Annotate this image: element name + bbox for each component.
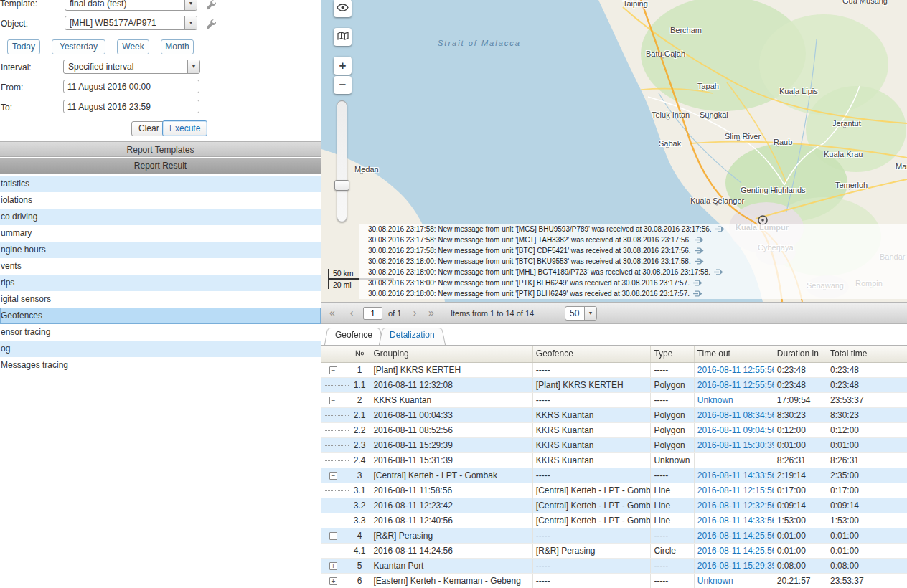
from-date-input[interactable] xyxy=(63,80,199,93)
table-row[interactable]: 1.12016-08-11 12:32:08[Plant] KKRS KERTE… xyxy=(321,378,907,393)
report-result-item[interactable]: Messages tracing xyxy=(0,357,321,374)
month-button[interactable]: Month xyxy=(161,39,194,54)
last-page-button[interactable]: » xyxy=(424,306,438,321)
report-result-item[interactable]: co driving xyxy=(0,209,321,225)
cell-time-out[interactable]: 2016-08-11 15:29:39 xyxy=(695,559,774,573)
report-result-item[interactable]: rips xyxy=(0,275,321,291)
map-source-button[interactable] xyxy=(334,28,352,46)
log-message[interactable]: 30.08.2016 23:18:00: New message from un… xyxy=(359,256,907,267)
cell-time-out[interactable]: 2016-08-11 12:55:56 xyxy=(695,378,774,392)
cell-time-out[interactable]: 2016-08-11 15:30:39 xyxy=(695,438,774,452)
collapse-toggle-icon[interactable]: − xyxy=(329,472,337,480)
table-row[interactable]: 2.22016-08-11 08:52:56KKRS KuantanPolygo… xyxy=(321,423,907,438)
table-row[interactable]: −1[Plant] KKRS KERTEH----------2016-08-1… xyxy=(321,363,907,378)
locate-unit-arrow-icon[interactable] xyxy=(695,257,704,267)
log-message[interactable]: 30.08.2016 23:17:58: New message from un… xyxy=(359,224,907,234)
locate-unit-arrow-icon[interactable] xyxy=(714,267,723,278)
locate-unit-arrow-icon[interactable] xyxy=(693,278,702,288)
table-row[interactable]: 3.22016-08-11 12:23:42[Central] Kerteh -… xyxy=(321,498,907,513)
locate-unit-arrow-icon[interactable] xyxy=(693,289,702,299)
tab-geofence[interactable]: Geofence xyxy=(324,326,383,345)
cell-time-out[interactable]: Unknown xyxy=(695,393,774,407)
to-date-input[interactable] xyxy=(63,100,199,113)
table-row[interactable]: 3.32016-08-11 12:40:56[Central] Kerteh -… xyxy=(321,513,907,528)
log-message[interactable]: 30.08.2016 23:18:00: New message from un… xyxy=(359,267,907,278)
visibility-eye-button[interactable] xyxy=(334,0,352,17)
report-result-item[interactable]: tatistics xyxy=(0,176,321,192)
page-size-select[interactable]: 50 ▼ xyxy=(565,306,597,321)
row-toggle-cell xyxy=(321,498,349,513)
table-row[interactable]: −3[Central] Kerteh - LPT - Gombak-------… xyxy=(321,468,907,483)
clear-button[interactable]: Clear xyxy=(131,121,166,136)
interval-select[interactable]: Specified interval ▼ xyxy=(63,60,200,74)
report-result-header[interactable]: Report Result xyxy=(0,158,321,174)
table-row[interactable]: +5Kuantan Port----------2016-08-11 15:29… xyxy=(321,559,907,574)
collapse-toggle-icon[interactable]: − xyxy=(329,397,337,404)
zoom-in-button[interactable]: + xyxy=(334,57,352,75)
object-settings-wrench-icon[interactable] xyxy=(206,19,217,30)
cell-time-out[interactable]: Unknown xyxy=(695,574,774,588)
locate-unit-arrow-icon[interactable] xyxy=(695,246,704,256)
report-result-item[interactable]: ensor tracing xyxy=(0,324,321,341)
tab-detalization[interactable]: Detalization xyxy=(379,326,446,345)
locate-unit-arrow-icon[interactable] xyxy=(695,235,704,245)
cell-time-out[interactable]: 2016-08-11 09:04:56 xyxy=(695,423,774,437)
table-row[interactable]: 2.32016-08-11 15:29:39KKRS KuantanPolygo… xyxy=(321,438,907,453)
zoom-out-button[interactable]: − xyxy=(334,76,352,94)
yesterday-button[interactable]: Yesterday xyxy=(52,39,105,54)
cell-time-out[interactable]: 2016-08-11 12:15:56 xyxy=(695,483,774,498)
cell-time-out[interactable]: 2016-08-11 08:34:56 xyxy=(695,408,774,422)
map-area[interactable]: TaipingGua MusangBerchamBatu GajahTapahK… xyxy=(321,0,907,302)
object-select[interactable]: [MHL] WB5177A/P971 ▼ xyxy=(65,16,197,30)
chevron-down-icon[interactable]: ▼ xyxy=(584,307,596,320)
collapse-toggle-icon[interactable]: − xyxy=(329,532,337,540)
log-message[interactable]: 30.08.2016 23:18:00: New message from un… xyxy=(359,288,907,299)
locate-unit-arrow-icon[interactable] xyxy=(715,224,725,234)
cell-time-out[interactable]: 2016-08-11 14:33:56 xyxy=(695,468,774,483)
report-result-item[interactable]: iolations xyxy=(0,192,321,209)
expand-toggle-icon[interactable]: + xyxy=(329,562,337,570)
report-result-item[interactable]: Geofences xyxy=(0,308,321,324)
first-page-button[interactable]: « xyxy=(325,306,339,321)
page-number-input[interactable] xyxy=(363,307,382,320)
table-row[interactable]: −2KKRS Kuantan----------Unknown17:09:542… xyxy=(321,393,907,408)
cell-time-out[interactable]: 2016-08-11 12:32:56 xyxy=(695,498,774,513)
report-result-item[interactable]: ngine hours xyxy=(0,242,321,258)
table-row[interactable]: +6[Eastern] Kerteh - Kemaman - Gebeng---… xyxy=(321,574,907,588)
chevron-down-icon[interactable]: ▼ xyxy=(187,60,199,73)
report-result-item[interactable]: vents xyxy=(0,258,321,275)
expand-toggle-icon[interactable]: + xyxy=(329,577,337,585)
prev-page-button[interactable]: ‹ xyxy=(344,306,359,321)
cell-time-out[interactable]: 2016-08-11 14:25:56 xyxy=(695,544,774,558)
cell-row-number: 3 xyxy=(349,468,371,483)
week-button[interactable]: Week xyxy=(117,39,149,54)
chevron-down-icon[interactable]: ▼ xyxy=(184,0,197,10)
report-templates-header[interactable]: Report Templates xyxy=(0,141,321,157)
table-row[interactable]: −4[R&R] Perasing----------2016-08-11 14:… xyxy=(321,528,907,544)
cell-row-number: 5 xyxy=(349,559,371,573)
cell-time-out[interactable]: 2016-08-11 14:33:56 xyxy=(695,513,774,528)
cell-time-out[interactable]: 2016-08-11 14:25:56 xyxy=(695,528,774,543)
table-row[interactable]: 4.12016-08-11 14:24:56[R&R] PerasingCirc… xyxy=(321,544,907,559)
log-message[interactable]: 30.08.2016 23:17:58: New message from un… xyxy=(359,245,907,256)
report-result-item[interactable]: ummary xyxy=(0,225,321,242)
zoom-slider-track[interactable] xyxy=(337,100,347,222)
log-message[interactable]: 30.08.2016 23:17:58: New message from un… xyxy=(359,234,907,245)
collapse-toggle-icon[interactable]: − xyxy=(329,366,337,374)
report-result-item[interactable]: igital sensors xyxy=(0,291,321,308)
from-label: From: xyxy=(1,82,23,93)
template-select[interactable]: final data (test) ▼ xyxy=(65,0,197,11)
cell-time-out[interactable]: 2016-08-11 12:55:56 xyxy=(695,363,774,377)
table-row[interactable]: 2.42016-08-11 15:31:39KKRS KuantanUnknow… xyxy=(321,453,907,468)
log-message[interactable]: 30.08.2016 23:18:00: New message from un… xyxy=(359,278,907,288)
zoom-slider-handle[interactable] xyxy=(334,180,349,191)
next-page-button[interactable]: › xyxy=(408,306,422,321)
today-button[interactable]: Today xyxy=(7,39,40,54)
chevron-down-icon[interactable]: ▼ xyxy=(184,16,197,29)
execute-button[interactable]: Execute xyxy=(162,120,207,136)
map-place-label: Tapah xyxy=(697,82,719,90)
report-result-item[interactable]: og xyxy=(0,341,321,357)
table-row[interactable]: 3.12016-08-11 11:58:56[Central] Kerteh -… xyxy=(321,483,907,498)
table-row[interactable]: 2.12016-08-11 00:04:33KKRS KuantanPolygo… xyxy=(321,408,907,423)
template-settings-wrench-icon[interactable] xyxy=(206,0,217,11)
